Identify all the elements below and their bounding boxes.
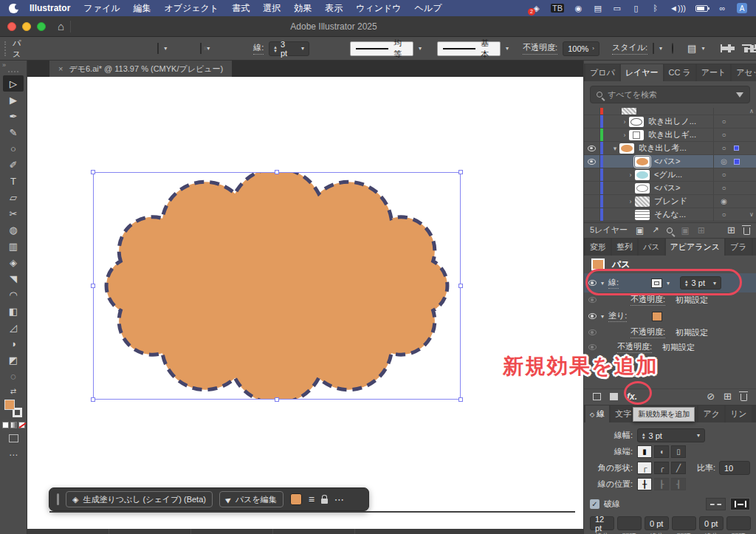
align-stroke-inside-button[interactable]: ┠ bbox=[654, 478, 669, 490]
gradient-tool[interactable]: ▥ bbox=[3, 238, 24, 254]
add-new-fill-icon[interactable] bbox=[610, 393, 618, 400]
paintbrush-tool[interactable]: ✐ bbox=[3, 157, 24, 173]
opacity-label[interactable]: 不透明度: bbox=[523, 42, 557, 55]
tab-actions[interactable]: アク bbox=[698, 405, 724, 422]
expand-icon[interactable]: › bbox=[620, 118, 629, 126]
export-icon[interactable]: ↗ bbox=[652, 225, 659, 235]
chevron-down-icon[interactable]: ▾ bbox=[601, 280, 604, 287]
artboard-tool[interactable]: ◧ bbox=[3, 303, 24, 319]
clear-appearance-icon[interactable]: ⊘ bbox=[707, 391, 715, 402]
selection-bounding-box[interactable] bbox=[93, 172, 461, 400]
lock-icon[interactable] bbox=[321, 499, 328, 504]
style-label[interactable]: スタイル: bbox=[612, 42, 647, 55]
layer-name[interactable]: 吹き出し考... bbox=[639, 143, 713, 154]
layer-row[interactable]: › <グル... ○ bbox=[584, 168, 756, 182]
fill-color-swatch[interactable] bbox=[157, 43, 159, 54]
menu-file[interactable]: ファイル bbox=[77, 2, 126, 15]
stage-manager-icon[interactable]: ▤ bbox=[593, 4, 602, 13]
projecting-cap-button[interactable]: ▯ bbox=[671, 445, 686, 458]
line-app-icon[interactable]: ◉ bbox=[574, 4, 583, 13]
more-options-icon[interactable]: ⋯ bbox=[334, 494, 344, 505]
menu-select[interactable]: 選択 bbox=[256, 2, 287, 15]
clipping-mask-icon[interactable]: ▣ bbox=[681, 225, 689, 236]
selection-handle[interactable] bbox=[458, 170, 463, 174]
style-swatch[interactable] bbox=[653, 43, 654, 54]
layer-row[interactable]: › ブレンド ◉ bbox=[584, 195, 756, 208]
stroke-color-swatch[interactable] bbox=[651, 278, 662, 288]
menu-illustrator[interactable]: Illustrator bbox=[23, 3, 77, 13]
eye-icon[interactable] bbox=[588, 329, 597, 335]
eye-icon[interactable] bbox=[588, 297, 597, 303]
layer-row[interactable]: › 吹き出しノ... ○ bbox=[584, 115, 756, 129]
gradient-button[interactable] bbox=[10, 422, 17, 428]
eye-icon[interactable] bbox=[588, 159, 596, 165]
selection-handle[interactable] bbox=[91, 170, 95, 174]
new-layer-icon[interactable]: ⊞ bbox=[727, 225, 735, 236]
eyedropper-tool[interactable]: ◥ bbox=[3, 270, 24, 287]
stepper-icon[interactable]: ▴▾ bbox=[685, 279, 688, 287]
close-tab-icon[interactable]: × bbox=[58, 64, 63, 73]
bluetooth-icon[interactable]: ᛒ bbox=[650, 4, 660, 13]
target-blend-icon[interactable]: ◉ bbox=[713, 195, 734, 208]
stroke-row-label[interactable]: 線: bbox=[608, 277, 619, 289]
layers-search-field[interactable]: すべてを検索 bbox=[590, 86, 750, 103]
chevron-down-icon[interactable]: ▾ bbox=[506, 45, 509, 52]
selection-handle[interactable] bbox=[275, 170, 279, 174]
visibility-toggle[interactable] bbox=[584, 142, 600, 154]
tab-layers[interactable]: レイヤー bbox=[621, 64, 663, 81]
chevron-down-icon[interactable]: ▾ bbox=[301, 45, 304, 52]
expand-icon[interactable]: › bbox=[626, 171, 635, 179]
gap-field[interactable] bbox=[617, 516, 642, 530]
gap-field[interactable] bbox=[672, 516, 696, 530]
miter-join-button[interactable]: ┌ bbox=[637, 462, 652, 474]
expand-icon[interactable]: › bbox=[620, 131, 629, 139]
brush-dropdown[interactable]: 基本 bbox=[437, 41, 501, 56]
blob-brush-tool[interactable]: ◠ bbox=[3, 287, 24, 303]
color-button[interactable] bbox=[2, 422, 9, 428]
selection-handle[interactable] bbox=[91, 284, 95, 288]
stroke-weight-field[interactable]: ▴▾ 3 pt ▾ bbox=[637, 428, 705, 442]
tab-assets[interactable]: アセッ bbox=[732, 64, 756, 81]
selection-handle[interactable] bbox=[458, 397, 463, 402]
pen-tool[interactable]: ✒ bbox=[3, 108, 24, 124]
dashed-line-checkbox[interactable]: ✓ bbox=[590, 499, 599, 509]
tab-brushes[interactable]: ブラ bbox=[726, 239, 752, 256]
generative-fill-button[interactable]: ◈ 生成塗りつぶし (シェイプ) (Beta) bbox=[66, 491, 213, 507]
shape-builder-tool[interactable]: ◩ bbox=[3, 352, 24, 368]
tab-cc-libraries[interactable]: CC ラ bbox=[664, 64, 695, 81]
document-setup-icon[interactable]: ▤ bbox=[687, 43, 696, 54]
duplicate-item-icon[interactable]: ⊞ bbox=[724, 391, 732, 402]
scroll-down-icon[interactable]: ∨ bbox=[747, 211, 756, 218]
appearance-stroke-row[interactable]: ▾ 線: ▾ ▴▾ 3 pt ▾ bbox=[584, 273, 756, 292]
curvature-tool[interactable]: ✎ bbox=[3, 124, 24, 140]
tab-artboards[interactable]: アート bbox=[697, 64, 731, 81]
menu-view[interactable]: 表示 bbox=[318, 2, 349, 15]
eye-icon[interactable] bbox=[588, 280, 597, 286]
selection-tool[interactable]: ▷ bbox=[3, 75, 24, 92]
menu-lines-icon[interactable]: ≡ bbox=[309, 493, 315, 505]
chevron-right-icon[interactable]: › bbox=[592, 45, 594, 52]
dash-field[interactable]: 0 pt bbox=[645, 516, 669, 530]
fill-color-swatch[interactable] bbox=[290, 493, 302, 505]
preserve-dash-button[interactable] bbox=[706, 498, 726, 510]
recolor-artwork-icon[interactable] bbox=[672, 43, 673, 54]
speech-bubble-tool[interactable]: ◍ bbox=[3, 222, 24, 238]
symbol-sprayer-tool[interactable]: ◈ bbox=[3, 254, 24, 270]
volume-icon[interactable]: ◄))) bbox=[670, 4, 686, 13]
control-bar-grip[interactable] bbox=[4, 41, 6, 56]
align-stroke-outside-button[interactable]: ┨ bbox=[671, 478, 686, 490]
filter-icon[interactable] bbox=[736, 92, 743, 97]
add-new-effect-icon[interactable]: fx. bbox=[627, 391, 637, 402]
butt-cap-button[interactable]: ▮ bbox=[637, 445, 652, 458]
layer-row[interactable]: › 吹き出しギ... ○ bbox=[584, 129, 756, 142]
tourbox-icon[interactable]: TB bbox=[551, 4, 564, 13]
stroke-width-value[interactable]: 3 pt bbox=[692, 278, 705, 287]
none-button[interactable] bbox=[18, 422, 25, 428]
layer-name[interactable]: <グル... bbox=[654, 169, 713, 180]
new-sublayer-icon[interactable]: ⊞ bbox=[698, 225, 705, 236]
eye-icon[interactable] bbox=[588, 313, 597, 319]
visibility-toggle[interactable] bbox=[584, 155, 600, 168]
battery-icon[interactable] bbox=[695, 5, 708, 12]
appearance-fill-row[interactable]: ▾ 塗り: bbox=[584, 307, 756, 325]
swap-fill-stroke-icon[interactable]: ⇄ bbox=[10, 387, 16, 395]
